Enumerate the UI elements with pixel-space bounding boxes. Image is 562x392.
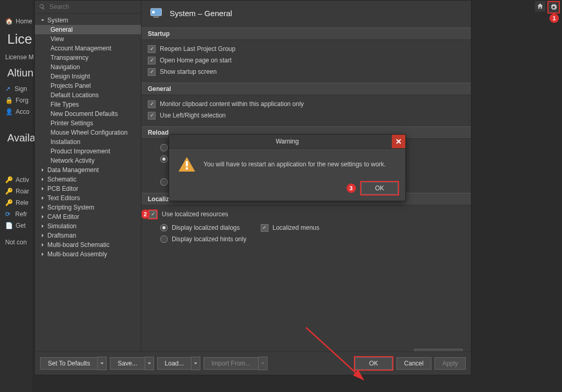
chevron-down-icon[interactable] (97, 357, 107, 370)
radio-display-hints[interactable] (160, 236, 168, 243)
tree-schematic[interactable]: Schematic (35, 175, 141, 184)
footer: Set To Defaults Save... Load... Import F… (35, 351, 471, 375)
lbl-display-hints: Display localized hints only (172, 236, 246, 243)
bg-refr: ⟳Refr (0, 208, 32, 220)
chevron-right-icon (40, 167, 45, 173)
chevron-down-icon (258, 357, 267, 370)
tree-view[interactable]: View (35, 34, 141, 44)
lbl-display-dialogs: Display localized dialogs (172, 224, 240, 231)
warning-titlebar[interactable]: Warning (169, 135, 405, 149)
chevron-right-icon (40, 214, 45, 219)
callout-badge-1: 1 (550, 14, 559, 23)
svg-rect-4 (186, 167, 188, 169)
radio-reload-3[interactable] (160, 178, 168, 186)
chevron-right-icon (40, 233, 45, 238)
set-defaults-dropdown[interactable]: Set To Defaults (40, 357, 107, 370)
ok-button[interactable]: OK (355, 357, 392, 370)
chk-left-right[interactable] (148, 112, 156, 120)
tree-mouse-wheel[interactable]: Mouse Wheel Configuration (35, 128, 141, 137)
svg-rect-2 (154, 17, 159, 18)
tree-multiboard-assembly[interactable]: Multi-board Assembly (35, 250, 141, 259)
tree-account-management[interactable]: Account Management (35, 44, 141, 53)
chk-monitor-clipboard[interactable] (148, 100, 156, 108)
home-icon[interactable] (535, 1, 545, 11)
tree-installation[interactable]: Installation (35, 137, 141, 147)
apply-button: Apply (435, 357, 466, 370)
tree-new-document-defaults[interactable]: New Document Defaults (35, 109, 141, 119)
chevron-right-icon (40, 186, 45, 191)
bg-available: Availa (0, 128, 32, 148)
load-dropdown[interactable]: Load... (157, 357, 201, 370)
chk-show-startup[interactable] (148, 68, 156, 76)
settings-icon-highlight: 1 (547, 1, 560, 14)
tree-text-editors[interactable]: Text Editors (35, 193, 141, 203)
chk-localized-menus[interactable] (261, 224, 269, 232)
tree-system[interactable]: System (35, 16, 141, 25)
tree-transparency[interactable]: Transparency (35, 53, 141, 62)
chevron-right-icon (40, 242, 45, 247)
tree-design-insight[interactable]: Design Insight (35, 72, 141, 81)
tree-pcb-editor[interactable]: PCB Editor (35, 184, 141, 193)
lbl-open-home: Open Home page on start (160, 57, 232, 64)
tree-navigation[interactable]: Navigation (35, 62, 141, 72)
search-icon (39, 4, 45, 10)
radio-display-dialogs[interactable] (160, 224, 168, 231)
bg-acco: 👤Acco (0, 106, 32, 117)
save-dropdown[interactable]: Save... (110, 357, 154, 370)
tree-product-improvement[interactable]: Product Improvement (35, 147, 141, 156)
bg-notcon: Not con (0, 237, 32, 248)
highlight-warning-ok: OK (360, 181, 399, 195)
tree[interactable]: System General View Account Management T… (35, 14, 141, 351)
chk-open-home[interactable] (148, 57, 156, 64)
radio-reload-2[interactable] (160, 155, 168, 163)
tree-panel: System General View Account Management T… (35, 1, 142, 351)
advanced-button[interactable]: Advanced... (414, 349, 463, 351)
chk-use-localized[interactable] (149, 211, 157, 218)
search-box[interactable] (35, 1, 141, 14)
tree-scripting[interactable]: Scripting System (35, 203, 141, 212)
chevron-right-icon (40, 252, 45, 257)
chevron-down-icon[interactable] (191, 357, 200, 370)
warning-ok-button[interactable]: OK (361, 182, 398, 194)
bg-roar: 🔑Roar (0, 186, 32, 197)
search-input[interactable] (48, 3, 137, 11)
cancel-button[interactable]: Cancel (397, 357, 431, 370)
tree-projects-panel[interactable]: Projects Panel (35, 81, 141, 90)
lbl-reopen-last: Reopen Last Project Group (160, 45, 235, 53)
home-icon: 🏠 (5, 18, 12, 25)
tree-printer-settings[interactable]: Printer Settings (35, 119, 141, 128)
warning-title: Warning (276, 138, 299, 145)
lbl-use-localized: Use localized resources (162, 211, 228, 218)
tree-simulation[interactable]: Simulation (35, 221, 141, 231)
close-button[interactable] (392, 135, 405, 148)
section-general: General (142, 83, 471, 95)
bg-activ: 🔑Activ (0, 174, 32, 186)
chevron-right-icon (40, 205, 45, 210)
bg-home: 🏠Home (0, 16, 32, 27)
tree-multiboard-schematic[interactable]: Multi-board Schematic (35, 240, 141, 250)
lbl-left-right: Use Left/Right selection (160, 112, 226, 119)
tree-general[interactable]: General (35, 25, 141, 34)
gear-icon[interactable] (548, 2, 559, 12)
tree-network-activity[interactable]: Network Activity (35, 156, 141, 165)
tree-data-management[interactable]: Data Management (35, 165, 141, 175)
chevron-right-icon (40, 195, 45, 201)
tree-default-locations[interactable]: Default Locations (35, 90, 141, 100)
tree-file-types[interactable]: File Types (35, 100, 141, 109)
bg-rele: 🔑Rele (0, 197, 32, 208)
chevron-down-icon[interactable] (145, 357, 154, 370)
save-button[interactable]: Save... (110, 357, 144, 370)
bg-title: Lice (0, 27, 32, 51)
tree-cam-editor[interactable]: CAM Editor (35, 212, 141, 221)
chk-reopen-last[interactable] (148, 45, 156, 53)
chevron-right-icon (40, 177, 45, 182)
callout-badge-3: 3 (347, 184, 356, 193)
radio-reload-1[interactable] (160, 144, 168, 151)
bg-sign: ↗Sign (0, 83, 32, 95)
set-defaults-button[interactable]: Set To Defaults (40, 357, 97, 370)
warning-icon (178, 157, 195, 172)
tree-draftsman[interactable]: Draftsman (35, 231, 141, 240)
load-button[interactable]: Load... (157, 357, 191, 370)
warning-message: You will have to restart an application … (203, 161, 386, 168)
lbl-monitor-clipboard: Monitor clipboard content within this ap… (160, 100, 304, 108)
